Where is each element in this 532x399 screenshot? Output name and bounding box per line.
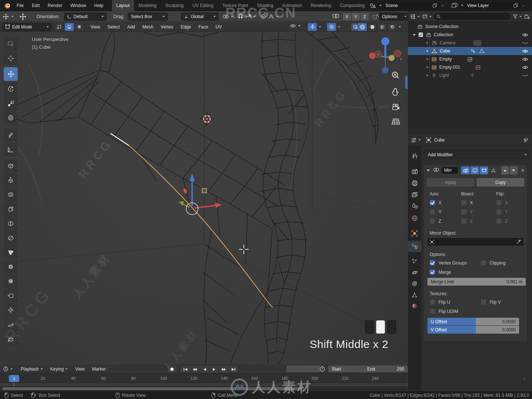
play-button[interactable] [209,365,219,373]
axis-y-checkbox[interactable]: Y [430,209,441,215]
perspective-toggle-button[interactable] [391,117,401,126]
pin-icon[interactable] [523,137,528,143]
tool-shear[interactable] [4,318,18,332]
tab-rendering[interactable]: Rendering [306,0,335,11]
outliner-row-camera[interactable]: Camera [408,39,532,47]
zoom-view-button[interactable] [391,71,401,81]
gizmo-plane-handle[interactable] [183,188,188,194]
clipping-checkbox[interactable]: Clipping [481,260,505,266]
tool-annotate[interactable] [4,128,18,141]
tab-world[interactable] [408,212,421,224]
eye-open-icon[interactable] [522,33,528,37]
mode-dropdown[interactable]: Edit Mode [2,23,52,31]
viewport-3d[interactable]: User Perspective (1) Cube [0,32,407,364]
modifier-name-field[interactable]: Mirr [442,167,458,174]
tool-rip-region[interactable] [4,332,18,346]
tool-inset-faces[interactable] [4,188,18,201]
menu-vertex[interactable]: Vertex [157,22,177,32]
tool-poly-build[interactable] [4,245,18,259]
merge-limit-slider[interactable]: Merge Limit 0.001 m [427,278,526,286]
flip-u-checkbox[interactable]: Flip U [430,299,450,305]
collection-checkbox[interactable] [419,33,423,37]
menu-tl-view[interactable]: View [71,364,88,374]
outliner-row-scene-collection[interactable]: Scene Collection [408,23,532,31]
timeline-scrollbar[interactable] [2,387,302,390]
tool-edge-slide[interactable] [4,289,18,302]
axis-y-neg-ball[interactable] [389,55,395,61]
tab-scene[interactable] [408,200,421,211]
visibility-group[interactable] [290,23,300,28]
scene-name-field[interactable]: Scene [383,2,439,9]
outliner-row-collection[interactable]: Collection [408,31,532,39]
outliner-row-empty[interactable]: Empty [408,55,532,63]
tab-modifiers[interactable] [408,241,421,252]
region-collapse-arrow[interactable]: ‹ [524,375,525,381]
tab-texture-paint[interactable]: Texture Paint [218,0,253,11]
vertex-groups-checkbox[interactable]: Vertex Groups [430,260,467,266]
tool-move[interactable] [4,67,18,81]
expand-arrow-icon[interactable] [427,58,428,60]
drag-dropdown[interactable]: Select Box [128,13,168,21]
axis-x-ball[interactable] [369,52,376,59]
gizmo-y-axis[interactable] [183,204,190,207]
outliner-display-mode-button[interactable] [422,14,432,19]
modifier-realtime-toggle[interactable] [470,166,479,174]
menu-add[interactable]: Add [123,22,139,32]
eye-open-icon[interactable] [522,65,528,69]
bisect-y-checkbox[interactable]: Y [461,209,473,215]
record-button[interactable] [167,365,177,373]
v-offset-slider[interactable]: V Offset 0.0000 [427,326,519,334]
prev-keyframe-button[interactable] [190,365,200,373]
show-gizmo-button[interactable] [308,23,317,31]
view-layer-name-field[interactable]: View Layer [465,2,520,9]
tab-render[interactable] [408,166,421,177]
tab-object-data[interactable] [408,289,421,300]
expand-arrow-icon[interactable] [427,42,428,44]
menu-marker[interactable]: Marker [88,364,109,374]
merge-checkbox[interactable]: Merge [430,269,451,275]
tool-extrude-region[interactable] [4,173,18,187]
mirror-z-button[interactable]: Z [361,13,369,20]
edge-select-button[interactable] [65,23,74,31]
jump-to-start-button[interactable] [180,365,190,373]
view-layer-remove-icon[interactable]: × [522,3,525,8]
flip-y-checkbox[interactable]: Y [496,209,508,215]
axis-z-checkbox[interactable]: Z [430,218,441,224]
proportional-editing-group[interactable] [261,14,279,19]
menu-file[interactable]: File [13,0,28,11]
menu-window[interactable]: Window [66,0,90,11]
u-offset-slider[interactable]: U Offset 0.0000 [427,318,519,325]
apply-button[interactable]: Apply [427,178,474,187]
tool-knife[interactable] [4,231,18,245]
options-dropdown[interactable]: Options [379,13,409,21]
add-modifier-dropdown[interactable]: Add Modifier [425,150,530,159]
view-layer-icon[interactable] [451,3,458,8]
outliner-row-empty-001[interactable]: Empty.001 [408,63,532,71]
tweak-tool-icon[interactable] [19,13,27,20]
transform-space-dropdown[interactable]: Global [181,13,219,21]
modifier-move-down-button[interactable] [510,166,518,175]
eye-closed-icon[interactable] [522,41,528,45]
tab-object[interactable] [408,228,421,239]
tab-sculpting[interactable]: Sculpting [161,0,188,11]
outliner-row-cube[interactable]: Cube [408,47,532,55]
menu-select[interactable]: Select [104,22,123,32]
snap-toggle-group[interactable] [238,14,256,20]
menu-playback[interactable]: Playback [17,364,47,374]
tab-physics[interactable] [408,267,421,278]
tool-measure[interactable] [4,143,18,156]
tab-material[interactable] [408,300,421,311]
modifier-move-up-button[interactable] [501,166,509,175]
sidebar-tab-handle[interactable] [405,76,407,89]
timeline-editor-type-button[interactable] [3,366,13,372]
vertex-select-button[interactable] [55,23,64,31]
timeline-ruler[interactable]: 20 40 60 80 100 120 140 160 180 200 220 … [0,374,407,386]
properties-editor-type-button[interactable] [411,137,421,143]
menu-keying[interactable]: Keying [47,364,72,374]
menu-uv[interactable]: UV [212,22,226,32]
mirror-y-button[interactable]: Y [352,13,360,20]
outliner-editor-type-button[interactable] [410,14,420,19]
mirror-x-button[interactable]: X [343,13,351,20]
tool-spin[interactable] [4,260,18,273]
copies-icon[interactable] [514,3,518,8]
